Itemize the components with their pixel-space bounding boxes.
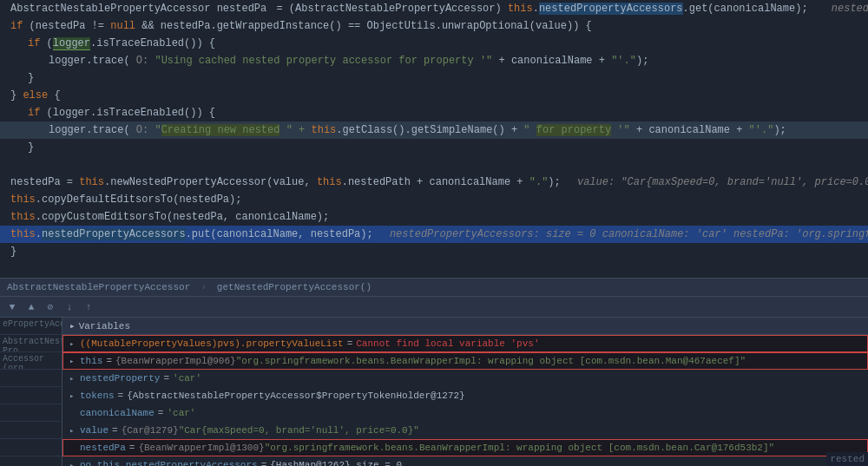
code-text: (logger.isTraceEnabled()) { xyxy=(47,107,215,119)
code-text: .newNestedPropertyAccessor(value, xyxy=(104,176,317,188)
var-equals-6: = xyxy=(112,425,118,436)
var-equals-3: = xyxy=(163,373,169,384)
code-text: .unwrapOptional(value)) { xyxy=(436,20,592,32)
var-row-canonicalname[interactable]: ▸ canonicalName = 'car' xyxy=(62,404,868,422)
code-line-15: } xyxy=(0,243,868,260)
code-text: } xyxy=(10,89,23,102)
code-text: ObjectUtils xyxy=(367,20,436,32)
var-prefix-npa: {BeanWrapperImpl@1300} xyxy=(138,443,264,453)
code-text: ); xyxy=(773,124,786,136)
code-text: .copyDefaultEditsorsTo(nestedPa); xyxy=(36,194,242,206)
code-text: .copyCustomEditsorsTo(nestedPa, canonica… xyxy=(36,211,329,223)
debug-btn-1[interactable]: ▼ xyxy=(5,300,19,314)
code-line-1: AbstractNestablePropertyAccessor nestedP… xyxy=(0,0,868,17)
code-text: logger.trace( xyxy=(49,124,136,136)
code-text: . xyxy=(533,3,539,15)
code-text: this xyxy=(10,211,36,223)
code-text: + canonicalName + xyxy=(492,55,611,67)
variables-panel: ▸ Variables ▸ ((MutablePropertyValues)pv… xyxy=(62,318,868,466)
var-value-np: 'car' xyxy=(173,373,201,384)
left-tag-7 xyxy=(0,422,62,439)
code-line-14-active: this.nestedPropertyAccessors.put(canonic… xyxy=(0,226,868,243)
var-prefix-this: {BeanWrapperImpl@906} xyxy=(115,356,236,366)
code-text: O: xyxy=(136,124,148,136)
left-tag-3: Accessor (org... xyxy=(0,352,62,370)
var-row-pvs[interactable]: ▸ ((MutablePropertyValues)pvs).propertyV… xyxy=(62,335,868,352)
code-text: .get(canonicalName); xyxy=(683,3,808,15)
code-text: if xyxy=(28,37,47,49)
code-text: "Using cached nested property accessor f… xyxy=(148,55,492,67)
var-name-tokens: tokens xyxy=(80,391,115,401)
code-text: "'." xyxy=(749,124,774,136)
code-text: this xyxy=(10,228,36,240)
var-value-cn: 'car' xyxy=(167,408,195,418)
code-text: } xyxy=(28,72,34,84)
code-text: = ( xyxy=(270,3,295,15)
code-text: this xyxy=(10,194,36,206)
code-highlight-forproperty: for property xyxy=(536,124,611,136)
code-text: ); xyxy=(636,55,648,67)
code-text: nestedPa: "org.springfr xyxy=(825,3,868,15)
var-equals: = xyxy=(347,338,353,349)
var-row-value[interactable]: ▸ value = {Car@1279} "Car{maxSpeed=0, br… xyxy=(62,422,868,439)
var-name-this: this xyxy=(80,356,102,366)
var-name-pvs: ((MutablePropertyValues)pvs).propertyVal… xyxy=(80,338,344,349)
debug-btn-5[interactable]: ↑ xyxy=(82,300,95,314)
debug-btn-filter[interactable]: ⊘ xyxy=(43,300,57,314)
code-line-13: this.copyCustomEditsorsTo(nestedPa, cano… xyxy=(0,208,868,226)
code-highlight-nestedPropertyAccessors: nestedPropertyAccessors xyxy=(539,3,683,15)
code-text: (nestedPa != xyxy=(30,20,111,32)
var-row-this[interactable]: ▸ this = {BeanWrapperImpl@906} "org.spri… xyxy=(62,352,868,370)
code-text: .nestedPath + canonicalName + xyxy=(342,176,529,188)
code-text: nestedPropertyAccessors: size = 0 canoni… xyxy=(384,228,868,240)
var-equals-8: = xyxy=(261,460,267,466)
variables-icon: ▸ xyxy=(69,320,76,331)
rested-label: rested xyxy=(826,452,868,466)
var-name-na: oo this.nestedPropertyAccessors xyxy=(80,460,258,466)
code-line-4: logger.trace( O: "Using cached nested pr… xyxy=(0,52,868,69)
code-text: ) xyxy=(496,3,508,15)
code-text: value: "Car{maxSpeed=0, brand='null', pr… xyxy=(571,176,868,188)
code-text: logger.trace( xyxy=(49,55,136,67)
code-text: this xyxy=(311,124,336,136)
var-row-tokens[interactable]: ▸ tokens = {AbstractNestablePropertyAcce… xyxy=(62,387,868,404)
code-highlight-creating: Creating new nested xyxy=(161,124,280,136)
code-text: else xyxy=(23,89,54,102)
expand-icon-tokens: ▸ xyxy=(69,391,80,401)
debug-toolbar: ▼ ▲ ⊘ ↓ ↑ xyxy=(0,297,868,318)
expand-icon-np: ▸ xyxy=(69,374,80,384)
var-name-cn: canonicalName xyxy=(80,408,155,418)
code-line-11: nestedPa = this.newNestedPropertyAccesso… xyxy=(0,174,868,191)
left-tag-1: ePropertyAcc xyxy=(0,318,62,335)
code-text: if xyxy=(28,107,47,119)
var-value-value: "Car{maxSpeed=0, brand='null', price=0.0… xyxy=(179,425,419,436)
variables-label: Variables xyxy=(79,321,130,331)
debug-left-sidebar: ePropertyAcc AbstractNestable Pro Access… xyxy=(0,318,62,466)
debug-main-area: ePropertyAcc AbstractNestable Pro Access… xyxy=(0,318,868,466)
var-value-tokens: {AbstractNestablePropertyAccessor$Proper… xyxy=(127,391,464,401)
variables-header: ▸ Variables xyxy=(62,318,868,335)
var-row-nestedproperty[interactable]: ▸ nestedProperty = 'car' xyxy=(62,370,868,387)
code-text: "." xyxy=(529,176,549,188)
var-row-nestedaccessors[interactable]: ▸ oo this.nestedPropertyAccessors = {Has… xyxy=(62,456,868,466)
debug-btn-4[interactable]: ↓ xyxy=(62,300,76,314)
code-text: "'." xyxy=(611,55,636,67)
var-equals-4: = xyxy=(118,391,124,401)
code-text: AbstractNestablePropertyAccessor xyxy=(295,3,495,15)
expand-icon: ▸ xyxy=(69,339,80,349)
code-text: " + xyxy=(279,124,311,136)
debug-btn-2[interactable]: ▲ xyxy=(24,300,38,314)
code-line-6: } else { xyxy=(0,87,868,104)
var-row-nestedpa[interactable]: ▸ nestedPa = {BeanWrapperImpl@1300} "org… xyxy=(62,439,868,456)
code-text: } xyxy=(28,141,34,154)
code-line-2: if (nestedPa != null && nestedPa.getWrap… xyxy=(0,17,868,35)
left-tag-4 xyxy=(0,370,62,387)
var-equals-5: = xyxy=(158,408,164,418)
code-text: O: xyxy=(136,55,148,67)
code-line-8: logger.trace( O: "Creating new nested " … xyxy=(0,121,868,139)
code-line-9: } xyxy=(0,139,868,156)
code-text: ); xyxy=(548,176,560,188)
var-equals-2: = xyxy=(106,356,112,366)
code-text: . xyxy=(36,228,42,240)
code-line-3: if (logger.isTraceEnabled()) { xyxy=(0,35,868,52)
